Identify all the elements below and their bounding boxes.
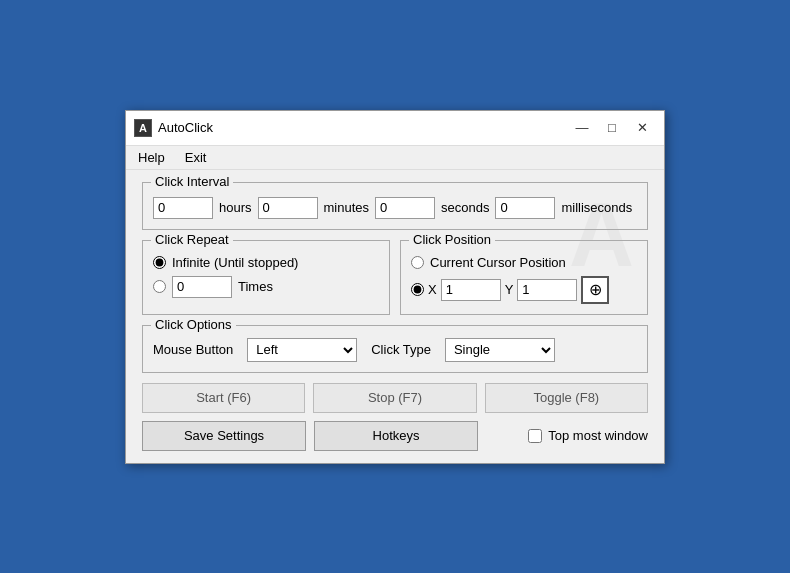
top-most-label: Top most window bbox=[548, 428, 648, 443]
y-label: Y bbox=[505, 282, 514, 297]
minutes-input[interactable] bbox=[258, 197, 318, 219]
click-options-group: Click Options Mouse Button Left Middle R… bbox=[142, 325, 648, 373]
top-most-area: Top most window bbox=[486, 428, 648, 443]
main-window: A AutoClick — □ ✕ Help Exit A Click Inte… bbox=[125, 110, 665, 464]
hours-label: hours bbox=[219, 200, 252, 215]
x-input[interactable] bbox=[441, 279, 501, 301]
minimize-button[interactable]: — bbox=[568, 117, 596, 139]
click-repeat-label: Click Repeat bbox=[151, 232, 233, 247]
seconds-label: seconds bbox=[441, 200, 489, 215]
start-button[interactable]: Start (F6) bbox=[142, 383, 305, 413]
hotkeys-button[interactable]: Hotkeys bbox=[314, 421, 478, 451]
content-area: A Click Interval hours minutes seconds m… bbox=[126, 170, 664, 463]
times-radio-row: Times bbox=[153, 276, 379, 298]
seconds-input[interactable] bbox=[375, 197, 435, 219]
menu-exit[interactable]: Exit bbox=[177, 148, 215, 167]
click-options-label: Click Options bbox=[151, 317, 236, 332]
times-label: Times bbox=[238, 279, 273, 294]
times-input[interactable] bbox=[172, 276, 232, 298]
repeat-position-row: Click Repeat Infinite (Until stopped) Ti… bbox=[142, 240, 648, 315]
infinite-radio-row: Infinite (Until stopped) bbox=[153, 255, 379, 270]
maximize-button[interactable]: □ bbox=[598, 117, 626, 139]
toggle-button[interactable]: Toggle (F8) bbox=[485, 383, 648, 413]
cursor-radio-row: Current Cursor Position bbox=[411, 255, 637, 270]
x-label: X bbox=[428, 282, 437, 297]
crosshair-button[interactable]: ⊕ bbox=[581, 276, 609, 304]
cursor-label: Current Cursor Position bbox=[430, 255, 566, 270]
infinite-label: Infinite (Until stopped) bbox=[172, 255, 298, 270]
title-bar: A AutoClick — □ ✕ bbox=[126, 111, 664, 146]
click-type-label: Click Type bbox=[371, 342, 431, 357]
xy-radio-row: X Y ⊕ bbox=[411, 276, 637, 304]
title-controls: — □ ✕ bbox=[568, 117, 656, 139]
menu-help[interactable]: Help bbox=[130, 148, 173, 167]
infinite-radio[interactable] bbox=[153, 256, 166, 269]
milliseconds-label: milliseconds bbox=[561, 200, 632, 215]
settings-buttons-row: Save Settings Hotkeys Top most window bbox=[142, 421, 648, 451]
mouse-button-select[interactable]: Left Middle Right bbox=[247, 338, 357, 362]
milliseconds-input[interactable] bbox=[495, 197, 555, 219]
stop-button[interactable]: Stop (F7) bbox=[313, 383, 476, 413]
times-radio[interactable] bbox=[153, 280, 166, 293]
window-title: AutoClick bbox=[158, 120, 213, 135]
mouse-button-label: Mouse Button bbox=[153, 342, 233, 357]
xy-radio[interactable] bbox=[411, 283, 424, 296]
app-icon: A bbox=[134, 119, 152, 137]
click-repeat-group: Click Repeat Infinite (Until stopped) Ti… bbox=[142, 240, 390, 315]
click-interval-group: Click Interval hours minutes seconds mil… bbox=[142, 182, 648, 230]
click-type-select[interactable]: Single Double bbox=[445, 338, 555, 362]
y-input[interactable] bbox=[517, 279, 577, 301]
save-settings-button[interactable]: Save Settings bbox=[142, 421, 306, 451]
click-position-group: Click Position Current Cursor Position X… bbox=[400, 240, 648, 315]
options-row: Mouse Button Left Middle Right Click Typ… bbox=[153, 338, 637, 362]
click-position-label: Click Position bbox=[409, 232, 495, 247]
menu-bar: Help Exit bbox=[126, 146, 664, 170]
close-button[interactable]: ✕ bbox=[628, 117, 656, 139]
top-most-checkbox[interactable] bbox=[528, 429, 542, 443]
minutes-label: minutes bbox=[324, 200, 370, 215]
hours-input[interactable] bbox=[153, 197, 213, 219]
click-interval-label: Click Interval bbox=[151, 174, 233, 189]
action-buttons-row: Start (F6) Stop (F7) Toggle (F8) bbox=[142, 383, 648, 413]
title-bar-left: A AutoClick bbox=[134, 119, 213, 137]
cursor-radio[interactable] bbox=[411, 256, 424, 269]
